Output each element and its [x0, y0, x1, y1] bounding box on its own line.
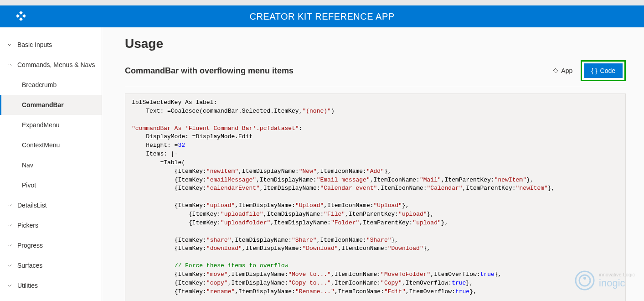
svg-marker-0 [19, 11, 23, 15]
sidebar-section-basic-inputs[interactable]: Basic Inputs [0, 35, 102, 55]
sidebar-section-commands-menus-navs[interactable]: Commands, Menus & Navs [0, 55, 102, 75]
svg-marker-3 [19, 17, 23, 21]
braces-icon: { } [591, 67, 597, 74]
watermark-tagline: innovative Logic [599, 272, 635, 277]
sidebar-item-nav[interactable]: Nav [0, 155, 102, 175]
watermark: innovative Logic inogic [573, 269, 635, 292]
app-logo-icon [15, 10, 27, 23]
chevron-down-icon [7, 243, 13, 248]
svg-point-7 [583, 277, 586, 280]
sidebar-item-label: Nav [22, 161, 33, 169]
sidebar-section-utilities[interactable]: Utilities [0, 275, 102, 296]
sidebar-section-label: Pickers [17, 222, 38, 229]
svg-marker-2 [22, 14, 26, 18]
svg-point-6 [579, 275, 590, 286]
watermark-brand: inogic [599, 277, 635, 289]
sidebar-section-pickers[interactable]: Pickers [0, 215, 102, 235]
sidebar-item-pivot[interactable]: Pivot [0, 175, 102, 195]
svg-marker-1 [16, 14, 20, 18]
code-block[interactable]: lblSelectedKey As label: Text: =Coalesce… [125, 93, 626, 301]
sidebar-section-progress[interactable]: Progress [0, 235, 102, 255]
chevron-down-icon [7, 283, 13, 288]
chevron-up-icon [7, 62, 13, 67]
code-tab-button[interactable]: { } Code [584, 63, 623, 78]
page-subtitle: CommandBar with overflowing menu items [125, 66, 294, 76]
sidebar-item-label: Pivot [22, 182, 36, 189]
svg-point-5 [576, 271, 594, 290]
sidebar-item-label: ExpandMenu [22, 121, 60, 129]
diamond-icon [553, 68, 558, 73]
window-topbar [0, 0, 644, 5]
sidebar-section-label: Surfaces [17, 262, 42, 269]
sidebar-section-label: Progress [17, 242, 43, 249]
code-tab-label: Code [600, 67, 615, 74]
sidebar-item-label: CommandBar [22, 101, 64, 109]
app-tab-label: App [561, 67, 572, 74]
sidebar-section-label: Commands, Menus & Navs [17, 61, 95, 69]
sidebar-item-label: ContextMenu [22, 141, 60, 149]
view-toggle: App { } Code [549, 60, 626, 81]
sidebar-item-contextmenu[interactable]: ContextMenu [0, 135, 102, 155]
sidebar-item-breadcrumb[interactable]: Breadcrumb [0, 75, 102, 95]
chevron-down-icon [7, 223, 13, 228]
svg-marker-4 [553, 68, 558, 73]
sidebar-section-label: Utilities [17, 282, 38, 289]
sidebar-section-label: Basic Inputs [17, 41, 52, 48]
sidebar-section-label: DetailsList [17, 202, 47, 209]
subtitle-row: CommandBar with overflowing menu items A… [125, 60, 626, 86]
sidebar: Basic Inputs Commands, Menus & Navs Brea… [0, 27, 102, 301]
sidebar-children: Breadcrumb CommandBar ExpandMenu Context… [0, 75, 102, 195]
sidebar-item-expandmenu[interactable]: ExpandMenu [0, 115, 102, 135]
main-content: Usage CommandBar with overflowing menu i… [102, 27, 644, 301]
code-tab-highlight: { } Code [581, 60, 626, 81]
chevron-down-icon [7, 42, 13, 47]
chevron-down-icon [7, 202, 13, 208]
sidebar-section-detailslist[interactable]: DetailsList [0, 195, 102, 215]
sidebar-item-label: Breadcrumb [22, 81, 57, 88]
app-header-title: CREATOR KIT REFERENCE APP [0, 11, 644, 22]
chevron-down-icon [7, 263, 13, 268]
app-tab-button[interactable]: App [549, 64, 576, 77]
app-header: CREATOR KIT REFERENCE APP [0, 5, 644, 27]
page-title: Usage [125, 36, 626, 51]
sidebar-section-surfaces[interactable]: Surfaces [0, 255, 102, 275]
sidebar-item-commandbar[interactable]: CommandBar [0, 95, 102, 115]
app-body: Basic Inputs Commands, Menus & Navs Brea… [0, 27, 644, 301]
